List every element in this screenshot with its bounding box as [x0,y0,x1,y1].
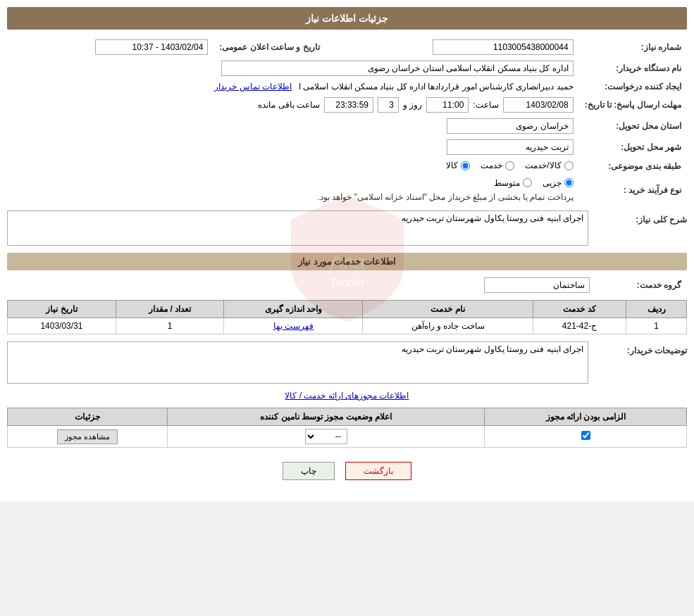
buyer-org-label: نام دستگاه خریدار: [579,58,687,79]
reply-deadline-label: مهلت ارسال پاسخ: تا تاریخ: [579,94,687,115]
delivery-province-label: استان محل تحویل: [579,115,687,137]
bottom-buttons: بازگشت چاپ [7,462,687,480]
buyer-org-value: اداره کل بنیاد مسکن انقلاب اسلامی استان … [7,58,579,79]
print-button[interactable]: چاپ [283,462,335,480]
delivery-province-value: خراسان رضوی [7,115,579,137]
category-goods-radio[interactable] [461,161,470,170]
col-service-name: نام خدمت [363,301,533,318]
category-goods-service-label: کالا/خدمت [525,161,561,170]
service-group-label: گروه خدمت: [595,275,687,296]
reply-date-box: 1403/02/08 [503,97,574,113]
announce-box: 1403/02/04 - 10:37 [95,39,208,55]
services-table: ردیف کد خدمت نام خدمت واحد اندازه گیری ت… [7,300,687,334]
reply-remaining-box: 23:33:59 [324,97,373,113]
announce-label: تاریخ و ساعت اعلان عمومی: [213,37,325,58]
requester-text: حمید دبیرانصاری کارشناس امور قراردادها ا… [299,82,574,92]
need-number-label: شماره نیاز: [579,37,687,58]
cell-unit: فهرست بها [224,318,363,334]
col-supplier-status: اعلام وضعیت مجوز توسط نامین کننده [168,408,485,426]
purchase-note: پرداخت تمام یا بخشی از مبلغ خریداز محل "… [318,192,574,202]
category-goods-label: کالا [446,161,458,170]
buyer-notes-box: اجرای ابنیه فنی روستا یکاول شهرستان تربت… [7,341,588,384]
col-need-date: تاریخ نیاز [8,301,116,318]
service-section-title: اطلاعات خدمات مورد نیاز [7,253,687,270]
purchase-medium-radio[interactable] [523,178,532,187]
contact-info-link[interactable]: اطلاعات تماس خریدار [214,82,292,92]
mandatory-checkbox[interactable] [581,431,590,440]
category-goods-service-radio[interactable] [564,161,574,170]
purchase-medium-label: متوسط [494,178,520,188]
col-details: جزئیات [8,408,168,426]
cell-service-code: ج-42-421 [533,318,626,334]
category-label: طبقه بندی موضوعی: [579,158,687,175]
supplier-status-select[interactable]: -- [305,429,347,444]
col-unit: واحد اندازه گیری [224,301,363,318]
license-table: الزامی بودن ارائه مجوز اعلام وضعیت مجوز … [7,408,687,448]
need-desc-box: اجرای ابنیه فنی روستا یکاول شهرستان تربت… [7,210,588,246]
table-row: 1 ج-42-421 ساخت جاده و راه‌آهن فهرست بها… [8,318,687,334]
buyer-org-box: اداره کل بنیاد مسکن انقلاب اسلامی استان … [221,61,574,76]
page-title: جزئیات اطلاعات نیاز [7,7,687,30]
cell-row-num: 1 [626,318,687,334]
col-row-num: ردیف [626,301,687,318]
purchase-partial-radio[interactable] [564,178,574,187]
purchase-partial-option: جزیی [543,178,574,188]
service-group-table: گروه خدمت: ساختمان [7,275,687,296]
category-service-radio[interactable] [505,161,514,170]
buyer-notes-label: توضیحات خریدار: [595,341,687,356]
cell-supplier-status: -- [168,426,485,448]
cell-service-name: ساخت جاده و راه‌آهن [363,318,533,334]
category-goods-service-option: کالا/خدمت [525,161,573,170]
purchase-type-label: نوع فرآیند خرید : [579,175,687,206]
category-value: کالا/خدمت خدمت کالا [7,158,579,175]
view-license-button[interactable]: مشاهده مجوز [57,429,118,444]
info-section: شماره نیاز: 1103005438000044 تاریخ و ساع… [7,37,687,205]
cell-mandatory [485,426,687,448]
col-mandatory: الزامی بودن ارائه مجوز [485,408,687,426]
announce-value: 1403/02/04 - 10:37 [7,37,213,58]
license-row: -- مشاهده مجوز [8,426,687,448]
license-section-title[interactable]: اطلاعات مجوزهای ارائه خدمت / کالا [285,391,409,401]
reply-day-label: روز و [403,100,422,110]
col-quantity: تعداد / مقدار [116,301,224,318]
service-group-value: ساختمان [7,275,595,296]
category-goods-option: کالا [446,161,470,170]
need-number-value: 1103005438000044 [326,37,579,58]
category-service-label: خدمت [481,161,502,170]
purchase-type-value: جزیی متوسط پرداخت تمام یا بخشی از مبلغ خ… [7,175,579,206]
purchase-partial-label: جزیی [543,178,562,188]
back-button[interactable]: بازگشت [345,462,411,480]
category-service-option: خدمت [481,161,514,170]
reply-time-label: ساعت: [473,100,498,110]
delivery-city-box: تربت حیدریه [447,139,574,155]
reply-time-box: 11:00 [426,97,469,113]
need-number-box: 1103005438000044 [433,39,574,55]
col-service-code: کد خدمت [533,301,626,318]
requester-label: ایجاد کننده درخواست: [579,79,687,94]
need-desc-label: شرح کلی نیاز: [595,210,687,225]
delivery-province-box: خراسان رضوی [447,118,574,134]
reply-remaining-label: ساعت باقی مانده [258,100,320,110]
service-group-box: ساختمان [484,277,590,293]
cell-quantity: 1 [116,318,224,334]
reply-deadline-value: 1403/02/08 ساعت: 11:00 روز و 3 23:33:59 … [7,94,579,115]
requester-value: حمید دبیرانصاری کارشناس امور قراردادها ا… [7,79,579,94]
cell-details: مشاهده مجوز [8,426,168,448]
delivery-city-label: شهر محل تحویل: [579,137,687,158]
cell-need-date: 1403/03/31 [8,318,116,334]
purchase-medium-option: متوسط [494,178,532,188]
reply-day-box: 3 [378,97,399,113]
delivery-city-value: تربت حیدریه [7,137,579,158]
